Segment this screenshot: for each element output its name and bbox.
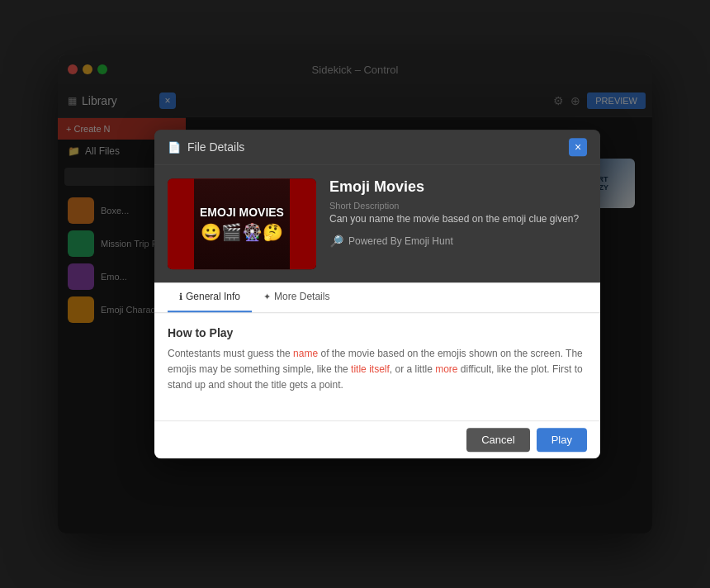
powered-by-text: Powered By Emoji Hunt — [348, 235, 453, 247]
modal-content: How to Play Contestants must guess the n… — [154, 313, 600, 407]
modal-tabs: ℹ General Info ✦ More Details — [154, 282, 600, 313]
thumb-emoji: 😀🎬🎡🤔 — [201, 223, 283, 243]
tab-more-details[interactable]: ✦ More Details — [252, 282, 341, 312]
modal-header-title: File Details — [187, 140, 244, 154]
modal-close-button[interactable]: × — [569, 138, 587, 156]
file-icon: 📄 — [168, 141, 181, 154]
modal-top: EMOJI MOVIES 😀🎬🎡🤔 Emoji Movies Short Des… — [154, 165, 600, 282]
modal-info: Emoji Movies Short Description Can you n… — [329, 178, 587, 269]
play-button[interactable]: Play — [537, 428, 587, 452]
modal-header: 📄 File Details × — [154, 130, 600, 165]
tab-general-info[interactable]: ℹ General Info — [168, 282, 252, 312]
how-to-play-title: How to Play — [168, 326, 587, 339]
cancel-button[interactable]: Cancel — [466, 428, 529, 452]
powered-icon: 🔎 — [329, 235, 343, 248]
thumb-title: EMOJI MOVIES — [200, 206, 284, 220]
modal-game-title: Emoji Movies — [329, 178, 587, 196]
powered-by: 🔎 Powered By Emoji Hunt — [329, 235, 587, 248]
modal-desc-label: Short Description — [329, 201, 587, 211]
modal-thumbnail: EMOJI MOVIES 😀🎬🎡🤔 — [168, 178, 316, 269]
tab-more-label: More Details — [274, 291, 329, 302]
modal-footer: Cancel Play — [154, 420, 600, 458]
tab-general-label: General Info — [186, 291, 240, 302]
info-icon: ℹ — [179, 292, 182, 302]
how-to-play-text: Contestants must guess the name of the m… — [168, 346, 587, 394]
mac-window: Sidekick – Control ▦ Library × + Create … — [58, 55, 652, 533]
modal-body: ℹ General Info ✦ More Details How to Pla… — [154, 282, 600, 420]
star-icon: ✦ — [263, 292, 271, 302]
modal-desc-text: Can you name the movie based on the emoj… — [329, 213, 587, 225]
file-details-modal: 📄 File Details × EMOJI MOVIES 😀🎬🎡🤔 Emoji… — [154, 130, 600, 458]
